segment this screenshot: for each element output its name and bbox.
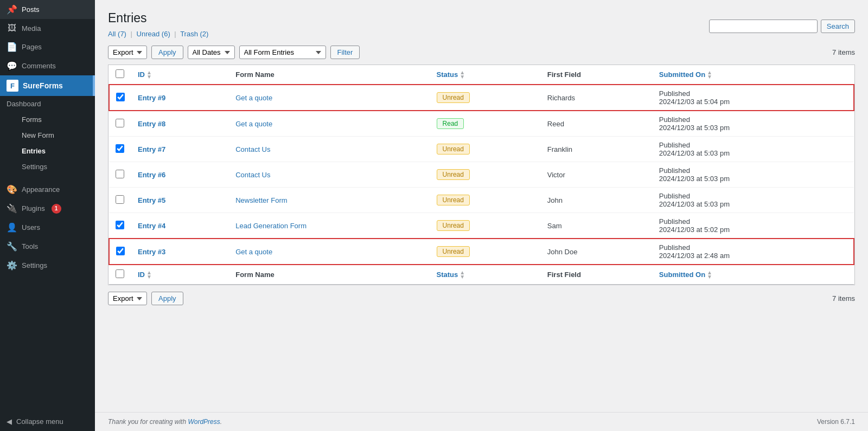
- sidebar-collapse-button[interactable]: ◀ Collapse menu: [0, 412, 95, 431]
- entry-link-entry-4[interactable]: Entry #4: [138, 222, 165, 230]
- col-submitted-footer-link[interactable]: Submitted On ▲▼: [659, 271, 712, 279]
- sidebar-item-settings-sf[interactable]: Settings: [0, 159, 95, 175]
- filter-button[interactable]: Filter: [330, 46, 360, 59]
- sidebar-item-settings[interactable]: ⚙️ Settings: [0, 256, 95, 275]
- submitted-entry-6: Published2024/12/03 at 5:03 pm: [659, 166, 730, 183]
- sidebar-item-entries[interactable]: Entries: [0, 143, 95, 159]
- col-first-field-footer: First Field: [541, 265, 653, 285]
- col-submitted-link[interactable]: Submitted On ▲▼: [659, 70, 712, 79]
- submitted-entry-4: Published2024/12/03 at 5:02 pm: [659, 217, 730, 234]
- entry-link-entry-8[interactable]: Entry #8: [138, 120, 165, 128]
- entry-link-entry-6[interactable]: Entry #6: [138, 171, 165, 179]
- sidebar-item-users[interactable]: 👤 Users: [0, 218, 95, 237]
- col-id-footer-link[interactable]: ID ▲▼: [138, 271, 152, 279]
- sidebar-item-plugins[interactable]: 🔌 Plugins 1: [0, 199, 95, 218]
- sidebar-item-appearance-label: Appearance: [22, 185, 60, 194]
- form-link-entry-6[interactable]: Contact Us: [235, 171, 270, 179]
- row-first-field-cell: John Doe: [541, 239, 653, 265]
- row-form-name-cell: Contact Us: [229, 137, 430, 162]
- status-sort-arrows: ▲▼: [459, 70, 465, 79]
- footer-bar: Thank you for creating with WordPress. V…: [95, 412, 868, 431]
- sidebar-item-posts-label: Posts: [22, 5, 40, 14]
- sidebar-item-new-form[interactable]: New Form: [0, 127, 95, 143]
- submitted-sort-arrows: ▲▼: [707, 70, 712, 79]
- row-checkbox-entry-7[interactable]: [116, 144, 124, 153]
- first-field-entry-3: John Doe: [547, 248, 578, 256]
- col-status-link[interactable]: Status ▲▼: [437, 70, 465, 79]
- filter-trash[interactable]: Trash (2): [180, 30, 208, 38]
- entry-link-entry-9[interactable]: Entry #9: [138, 94, 165, 102]
- row-checkbox-entry-5[interactable]: [116, 195, 124, 204]
- footer-wordpress-link[interactable]: WordPress: [188, 418, 220, 426]
- all-form-entries-select[interactable]: All Form Entries: [239, 46, 326, 59]
- form-link-entry-9[interactable]: Get a quote: [235, 94, 272, 102]
- sidebar-item-appearance[interactable]: 🎨 Appearance: [0, 180, 95, 199]
- form-link-entry-8[interactable]: Get a quote: [235, 120, 272, 128]
- sidebar-item-pages[interactable]: 📄 Pages: [0, 37, 95, 56]
- export-select-top[interactable]: Export: [108, 46, 147, 59]
- sidebar-item-forms[interactable]: Forms: [0, 112, 95, 127]
- select-all-checkbox-footer[interactable]: [116, 269, 124, 278]
- first-field-entry-5: John: [547, 196, 563, 204]
- col-id: ID ▲▼: [131, 65, 229, 85]
- search-area: Search: [709, 20, 855, 33]
- row-first-field-cell: Richards: [541, 85, 653, 111]
- table-header-row: ID ▲▼ Form Name Status ▲▼ First Field: [109, 65, 854, 85]
- form-link-entry-4[interactable]: Lead Generation Form: [235, 222, 307, 230]
- sidebar-item-media[interactable]: 🖼 Media: [0, 19, 95, 37]
- submitted-entry-3: Published2024/12/03 at 2:48 am: [659, 243, 730, 260]
- all-dates-select[interactable]: All Dates: [188, 46, 235, 59]
- toolbar-right: 7 items: [832, 48, 855, 56]
- row-checkbox-entry-6[interactable]: [116, 170, 124, 178]
- sidebar-item-posts[interactable]: 📌 Posts: [0, 0, 95, 19]
- submitted-entry-8: Published2024/12/03 at 5:03 pm: [659, 115, 730, 132]
- sidebar-item-sureforms-label: SureForms: [23, 81, 63, 90]
- table-row: Entry #3 Get a quote Unread John Doe Pub…: [109, 239, 854, 265]
- col-status: Status ▲▼: [430, 65, 541, 85]
- sidebar-dashboard-label: Dashboard: [7, 100, 41, 108]
- row-form-name-cell: Get a quote: [229, 111, 430, 137]
- filter-unread[interactable]: Unread (6): [137, 30, 170, 38]
- row-form-name-cell: Contact Us: [229, 162, 430, 188]
- filter-all[interactable]: All (7): [108, 30, 126, 38]
- first-field-entry-4: Sam: [547, 222, 562, 230]
- export-select-bottom[interactable]: Export: [108, 292, 147, 305]
- row-id-cell: Entry #6: [131, 162, 229, 188]
- apply-button-bottom[interactable]: Apply: [151, 292, 183, 305]
- sidebar-item-comments[interactable]: 💬 Comments: [0, 56, 95, 75]
- row-first-field-cell: Franklin: [541, 137, 653, 162]
- row-checkbox-entry-4[interactable]: [116, 221, 124, 229]
- row-checkbox-entry-8[interactable]: [116, 119, 124, 127]
- form-link-entry-7[interactable]: Contact Us: [235, 145, 270, 153]
- sidebar-item-sureforms[interactable]: F SureForms: [0, 75, 95, 96]
- row-id-cell: Entry #5: [131, 188, 229, 213]
- posts-icon: 📌: [7, 4, 17, 15]
- row-checkbox-entry-3[interactable]: [116, 247, 125, 255]
- col-form-name-footer: Form Name: [229, 265, 430, 285]
- col-id-link[interactable]: ID ▲▼: [138, 70, 152, 79]
- form-link-entry-5[interactable]: Newsletter Form: [235, 196, 287, 204]
- select-all-checkbox[interactable]: [116, 69, 124, 78]
- entry-link-entry-5[interactable]: Entry #5: [138, 196, 165, 204]
- status-badge-entry-5: Unread: [437, 195, 470, 205]
- row-form-name-cell: Newsletter Form: [229, 188, 430, 213]
- search-input[interactable]: [709, 20, 818, 33]
- row-id-cell: Entry #9: [131, 85, 229, 111]
- footer-thank-you: Thank you for creating with: [108, 418, 186, 426]
- entry-link-entry-7[interactable]: Entry #7: [138, 145, 165, 153]
- row-checkbox-entry-9[interactable]: [116, 93, 125, 101]
- row-form-name-cell: Get a quote: [229, 85, 430, 111]
- sidebar-forms-label: Forms: [22, 115, 42, 124]
- sidebar-item-tools[interactable]: 🔧 Tools: [0, 237, 95, 256]
- first-field-entry-7: Franklin: [547, 145, 572, 153]
- row-first-field-cell: Victor: [541, 162, 653, 188]
- form-link-entry-3[interactable]: Get a quote: [235, 248, 272, 256]
- apply-button-top[interactable]: Apply: [151, 46, 183, 59]
- bottom-toolbar: Export Apply 7 items: [108, 292, 855, 305]
- status-badge-entry-9: Unread: [437, 92, 470, 103]
- sidebar-item-dashboard[interactable]: Dashboard: [0, 96, 95, 112]
- search-button[interactable]: Search: [821, 20, 855, 33]
- submitted-entry-9: Published2024/12/03 at 5:04 pm: [659, 89, 730, 106]
- entry-link-entry-3[interactable]: Entry #3: [138, 248, 165, 256]
- col-status-footer-link[interactable]: Status ▲▼: [437, 271, 465, 279]
